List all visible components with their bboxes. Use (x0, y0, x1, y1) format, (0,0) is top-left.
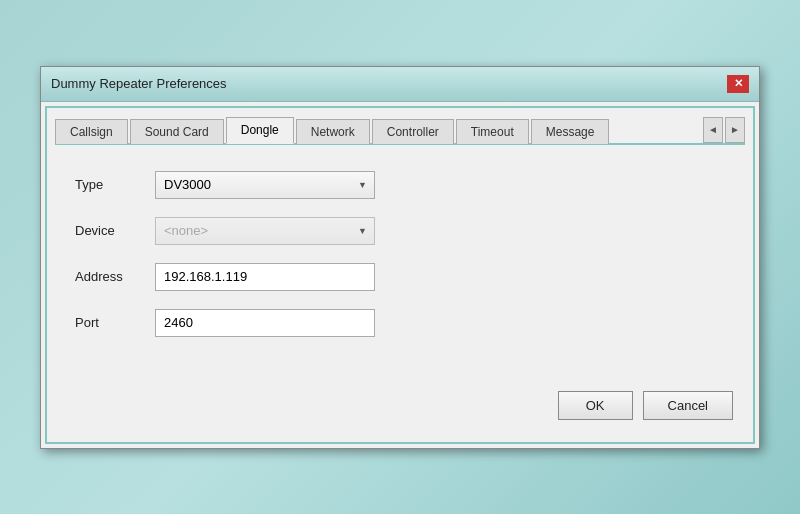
content-border: Callsign Sound Card Dongle Network Contr… (45, 106, 755, 444)
port-label: Port (75, 315, 155, 330)
address-row: Address (75, 263, 725, 291)
title-bar: Dummy Repeater Preferences ✕ (41, 67, 759, 102)
tab-content-dongle: Type DV3000 DVSTICK10 DVSTICK30 Device <… (55, 161, 745, 381)
port-input[interactable] (155, 309, 375, 337)
device-label: Device (75, 223, 155, 238)
address-input[interactable] (155, 263, 375, 291)
device-select[interactable]: <none> (155, 217, 375, 245)
tab-network[interactable]: Network (296, 119, 370, 144)
cancel-button[interactable]: Cancel (643, 391, 733, 420)
tab-soundcard[interactable]: Sound Card (130, 119, 224, 144)
tab-scroll-buttons: ◄ ► (701, 117, 745, 143)
device-select-wrapper: <none> (155, 217, 375, 245)
type-select[interactable]: DV3000 DVSTICK10 DVSTICK30 (155, 171, 375, 199)
port-row: Port (75, 309, 725, 337)
tab-scroll-right[interactable]: ► (725, 117, 745, 143)
tab-callsign[interactable]: Callsign (55, 119, 128, 144)
ok-button[interactable]: OK (558, 391, 633, 420)
dialog-footer: OK Cancel (55, 381, 745, 434)
close-button[interactable]: ✕ (727, 75, 749, 93)
tab-controller[interactable]: Controller (372, 119, 454, 144)
dialog-title: Dummy Repeater Preferences (51, 76, 227, 91)
dialog-window: Dummy Repeater Preferences ✕ Callsign So… (40, 66, 760, 449)
tab-scroll-left[interactable]: ◄ (703, 117, 723, 143)
tab-message[interactable]: Message (531, 119, 610, 144)
tabs-bar: Callsign Sound Card Dongle Network Contr… (55, 116, 745, 145)
device-row: Device <none> (75, 217, 725, 245)
type-label: Type (75, 177, 155, 192)
tab-dongle[interactable]: Dongle (226, 117, 294, 144)
type-row: Type DV3000 DVSTICK10 DVSTICK30 (75, 171, 725, 199)
tab-timeout[interactable]: Timeout (456, 119, 529, 144)
address-label: Address (75, 269, 155, 284)
type-select-wrapper: DV3000 DVSTICK10 DVSTICK30 (155, 171, 375, 199)
